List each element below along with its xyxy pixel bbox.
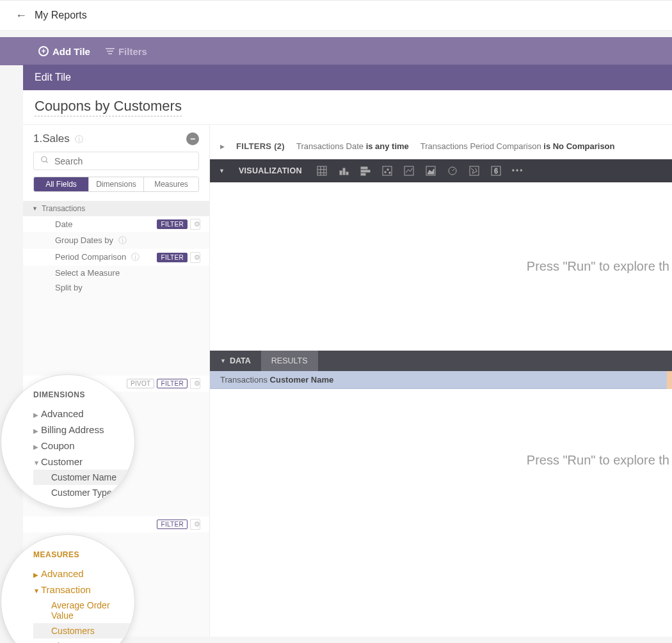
svg-rect-13 xyxy=(383,166,392,175)
field-label: Select a Measure xyxy=(55,268,120,278)
visualization-area: ▶ FILTERS (2) Transactions Date is any t… xyxy=(210,125,672,637)
section-label: Transactions xyxy=(42,204,85,213)
field-group-dates[interactable]: Group Dates by ⓘ xyxy=(23,232,209,249)
filter-badge[interactable]: FILTER xyxy=(157,379,188,388)
back-icon[interactable]: ← xyxy=(15,9,27,22)
field-label: Split by xyxy=(55,283,83,292)
search-input[interactable] xyxy=(54,156,192,166)
filters-bar: ▶ FILTERS (2) Transactions Date is any t… xyxy=(210,134,672,159)
data-col-2-edge xyxy=(667,371,672,389)
add-tile-button[interactable]: + Add Tile xyxy=(38,46,90,57)
filter-badge[interactable]: FILTER xyxy=(157,253,188,262)
page-title: My Reports xyxy=(35,10,87,21)
svg-rect-11 xyxy=(361,170,370,172)
svg-rect-17 xyxy=(404,166,413,175)
svg-point-0 xyxy=(42,157,47,162)
field-date[interactable]: Date FILTER ⚙ xyxy=(23,216,209,232)
filters-title[interactable]: FILTERS (2) xyxy=(236,141,285,151)
dim-billing-address[interactable]: ▶Billing Address xyxy=(33,422,134,438)
data-header-row: Transactions Customer Name xyxy=(210,371,672,389)
caret-down-icon: ▼ xyxy=(32,205,38,212)
data-label[interactable]: DATA xyxy=(230,356,251,365)
meas-discount[interactable]: Discount xyxy=(33,639,134,643)
caret-down-icon[interactable]: ▼ xyxy=(219,168,225,174)
field-label: Group Dates by xyxy=(55,235,113,245)
svg-rect-12 xyxy=(361,173,365,175)
info-icon[interactable]: ⓘ xyxy=(118,235,127,245)
svg-rect-10 xyxy=(361,167,367,169)
search-icon xyxy=(40,155,49,166)
tab-measures[interactable]: Measures xyxy=(144,177,198,191)
field-period-comparison[interactable]: Period Comparison ⓘ FILTER ⚙ xyxy=(23,249,209,266)
filter-chip-2[interactable]: Transactions Period Comparison is No Com… xyxy=(420,141,615,151)
single-value-icon[interactable]: 6 xyxy=(490,165,502,177)
gear-icon[interactable]: ⚙ xyxy=(190,219,200,230)
map-icon[interactable] xyxy=(468,165,480,177)
workspace: 1.Sales ⓘ − All Fields Dimensions Measur… xyxy=(23,125,672,637)
filter-badge[interactable]: FILTER xyxy=(157,520,188,529)
meas-customers[interactable]: Customers xyxy=(33,623,134,639)
tab-all-fields[interactable]: All Fields xyxy=(34,177,89,191)
column-chart-icon[interactable] xyxy=(338,165,349,177)
area-chart-icon[interactable] xyxy=(425,165,436,177)
field-split-by[interactable]: Split by xyxy=(23,280,209,295)
more-icon[interactable]: ••• xyxy=(512,166,524,175)
scatter-icon[interactable] xyxy=(381,165,393,177)
field-label: Period Comparison xyxy=(55,252,126,262)
caret-right-icon[interactable]: ▶ xyxy=(220,143,225,150)
line-chart-icon[interactable] xyxy=(403,165,415,177)
run-hint-upper: Press "Run" to explore th xyxy=(210,182,672,351)
meas-aov[interactable]: Average Order Value xyxy=(33,598,134,623)
results-tab[interactable]: RESULTS xyxy=(261,351,318,371)
info-icon[interactable]: ⓘ xyxy=(131,252,140,262)
data-col-1[interactable]: Transactions Customer Name xyxy=(220,375,333,385)
svg-marker-19 xyxy=(428,169,434,174)
meas-advanced[interactable]: ▶Advanced xyxy=(33,566,134,582)
svg-rect-2 xyxy=(317,166,326,175)
visualization-bar: ▼ VISUALIZATION 6 ••• xyxy=(210,159,672,182)
pivot-badge[interactable]: PIVOT xyxy=(127,379,155,388)
filter-icon xyxy=(106,48,115,54)
add-tile-label: Add Tile xyxy=(52,46,90,57)
field-picker-sidebar: 1.Sales ⓘ − All Fields Dimensions Measur… xyxy=(23,125,210,637)
dashboard-toolbar: + Add Tile Filters xyxy=(0,37,672,65)
dim-coupon[interactable]: ▶Coupon xyxy=(33,438,134,454)
panel-header: Edit Tile xyxy=(23,65,672,90)
explore-source-label: 1.Sales xyxy=(33,132,70,145)
gear-icon[interactable]: ⚙ xyxy=(190,252,200,263)
svg-rect-9 xyxy=(346,172,348,175)
callout-dimensions: DIMENSIONS ▶Advanced ▶Billing Address ▶C… xyxy=(1,374,135,509)
gear-icon[interactable]: ⚙ xyxy=(190,519,200,530)
svg-text:6: 6 xyxy=(494,168,498,175)
row-avg-order-bg[interactable]: FILTER ⚙ xyxy=(23,516,209,532)
visualization-label: VISUALIZATION xyxy=(239,166,302,175)
svg-point-15 xyxy=(387,169,388,170)
field-select-measure[interactable]: Select a Measure xyxy=(23,266,209,280)
table-icon[interactable] xyxy=(316,165,328,177)
remove-explore-button[interactable]: − xyxy=(186,132,199,145)
meas-transaction[interactable]: ▼Transaction xyxy=(33,582,134,598)
tile-title-row: Coupons by Customers xyxy=(23,90,672,125)
dim-advanced[interactable]: ▶Advanced xyxy=(33,406,134,422)
field-search[interactable] xyxy=(33,152,199,170)
gear-icon[interactable]: ⚙ xyxy=(190,378,200,389)
filter-badge[interactable]: FILTER xyxy=(157,219,188,229)
tab-dimensions[interactable]: Dimensions xyxy=(89,177,144,191)
info-icon[interactable]: ⓘ xyxy=(75,134,83,144)
section-transactions[interactable]: ▼ Transactions xyxy=(23,201,209,216)
edit-tile-panel: Edit Tile Coupons by Customers 1.Sales ⓘ… xyxy=(23,65,672,637)
filter-chip-1[interactable]: Transactions Date is any time xyxy=(296,141,409,151)
plus-circle-icon: + xyxy=(38,46,49,56)
svg-point-14 xyxy=(385,171,386,173)
svg-line-1 xyxy=(46,161,48,163)
dim-customer[interactable]: ▼Customer xyxy=(33,454,134,470)
bar-chart-icon[interactable] xyxy=(360,165,371,177)
filters-label: Filters xyxy=(118,46,147,57)
tile-title-input[interactable]: Coupons by Customers xyxy=(35,98,182,116)
svg-rect-7 xyxy=(340,171,342,175)
dim-customer-name[interactable]: Customer Name xyxy=(33,470,134,485)
filters-button[interactable]: Filters xyxy=(106,46,147,57)
run-hint-lower: Press "Run" to explore th xyxy=(210,389,672,544)
gauge-icon[interactable] xyxy=(447,165,458,177)
caret-down-icon[interactable]: ▼ xyxy=(220,358,226,364)
